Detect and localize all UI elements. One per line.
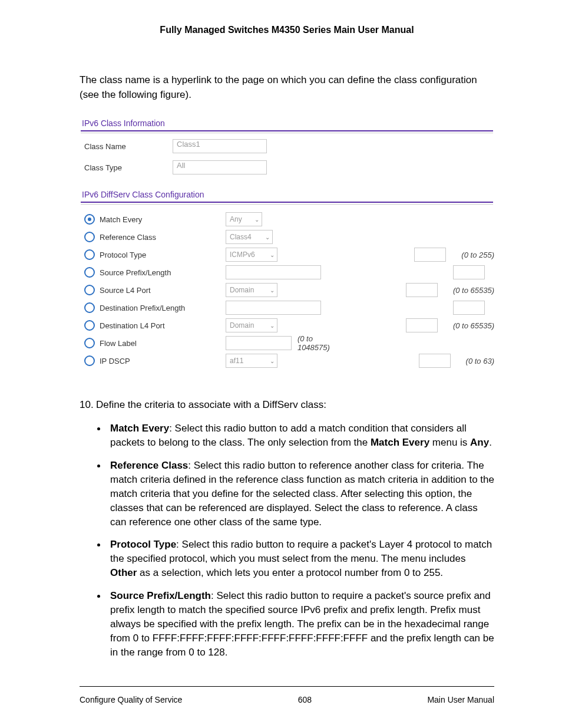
radio-icon bbox=[84, 355, 95, 366]
intro-paragraph: The class name is a hyperlink to the pag… bbox=[80, 73, 494, 102]
footer-right: Main User Manual bbox=[427, 695, 494, 704]
radio-reference-class[interactable]: Reference Class bbox=[84, 232, 226, 242]
divider bbox=[81, 133, 493, 133]
source-prefix-input[interactable] bbox=[226, 265, 321, 279]
chevron-down-icon: ⌄ bbox=[265, 234, 270, 241]
radio-source-l4-port[interactable]: Source L4 Port bbox=[84, 285, 226, 295]
divider bbox=[81, 204, 493, 205]
radio-icon bbox=[84, 249, 95, 260]
radio-label: Match Every bbox=[100, 215, 142, 224]
select-value: af11 bbox=[230, 357, 270, 365]
destination-prefix-length-input[interactable] bbox=[453, 301, 485, 315]
source-l4-select[interactable]: Domain ⌄ bbox=[226, 283, 277, 297]
bullet-reference-class: Reference Class: Select this radio butto… bbox=[94, 459, 494, 538]
radio-label: Flow Label bbox=[100, 339, 137, 348]
select-value: Class4 bbox=[230, 233, 265, 241]
destination-l4-input[interactable] bbox=[406, 318, 438, 332]
range-hint: (0 to 1048575) bbox=[297, 334, 332, 352]
protocol-type-select[interactable]: ICMPv6 ⌄ bbox=[226, 248, 277, 262]
destination-prefix-input[interactable] bbox=[226, 301, 321, 315]
radio-destination-l4-port[interactable]: Destination L4 Port bbox=[84, 320, 226, 331]
protocol-value-input[interactable] bbox=[414, 248, 446, 262]
chevron-down-icon: ⌄ bbox=[270, 252, 275, 258]
radio-ip-dscp[interactable]: IP DSCP bbox=[84, 355, 226, 366]
criteria-list: Match Every: Select this radio button to… bbox=[94, 421, 494, 668]
radio-icon bbox=[84, 285, 95, 295]
step-text: Define the criteria to associate with a … bbox=[96, 399, 326, 411]
select-value: Any bbox=[230, 215, 254, 223]
step-number: 10. bbox=[80, 399, 96, 411]
footer-left: Configure Quality of Service bbox=[80, 695, 182, 704]
select-value: Domain bbox=[230, 321, 270, 330]
radio-flow-label[interactable]: Flow Label bbox=[84, 338, 226, 348]
divider bbox=[81, 130, 493, 131]
bullet-protocol-type: Protocol Type: Select this radio button … bbox=[94, 538, 494, 588]
range-hint: (0 to 255) bbox=[461, 251, 494, 259]
chevron-down-icon: ⌄ bbox=[270, 358, 275, 364]
radio-label: Source Prefix/Length bbox=[100, 268, 171, 277]
class-name-label: Class Name bbox=[84, 142, 173, 151]
bullet-match-every: Match Every: Select this radio button to… bbox=[94, 421, 494, 458]
radio-icon bbox=[84, 320, 95, 331]
flow-label-input[interactable] bbox=[226, 336, 292, 350]
panel2-title: IPv6 DiffServ Class Configuration bbox=[82, 190, 494, 199]
destination-l4-select[interactable]: Domain ⌄ bbox=[226, 318, 277, 332]
radio-label: Destination L4 Port bbox=[100, 321, 165, 330]
class-type-label: Class Type bbox=[84, 163, 173, 172]
bullet-source-prefix-length: Source Prefix/Length: Select this radio … bbox=[94, 589, 494, 668]
radio-label: Reference Class bbox=[100, 233, 156, 242]
chevron-down-icon: ⌄ bbox=[270, 287, 275, 294]
chevron-down-icon: ⌄ bbox=[254, 216, 259, 223]
radio-label: Protocol Type bbox=[100, 251, 146, 259]
class-name-input[interactable]: Class1 bbox=[173, 139, 267, 153]
radio-match-every[interactable]: Match Every bbox=[84, 214, 226, 225]
divider bbox=[81, 202, 493, 203]
range-hint: (0 to 65535) bbox=[453, 286, 494, 295]
divider bbox=[80, 686, 494, 687]
ipv6-diffserv-config-panel: IPv6 DiffServ Class Configuration Match … bbox=[80, 190, 494, 370]
select-value: ICMPv6 bbox=[230, 251, 270, 259]
source-l4-input[interactable] bbox=[406, 283, 438, 297]
radio-source-prefix[interactable]: Source Prefix/Length bbox=[84, 267, 226, 278]
source-prefix-length-input[interactable] bbox=[453, 265, 485, 279]
radio-icon bbox=[84, 302, 95, 313]
step-10: 10. Define the criteria to associate wit… bbox=[80, 399, 494, 411]
radio-icon bbox=[84, 338, 95, 348]
radio-label: IP DSCP bbox=[100, 357, 130, 365]
ipv6-class-info-panel: IPv6 Class Information Class Name Class1… bbox=[80, 118, 494, 174]
page-footer: Configure Quality of Service 608 Main Us… bbox=[80, 686, 494, 704]
radio-label: Destination Prefix/Length bbox=[100, 304, 185, 312]
range-hint: (0 to 65535) bbox=[453, 321, 494, 330]
radio-protocol-type[interactable]: Protocol Type bbox=[84, 249, 226, 260]
doc-title: Fully Managed Switches M4350 Series Main… bbox=[80, 25, 494, 35]
match-every-select[interactable]: Any ⌄ bbox=[226, 212, 262, 226]
footer-page-number: 608 bbox=[298, 695, 312, 704]
ip-dscp-select[interactable]: af11 ⌄ bbox=[226, 354, 277, 368]
ip-dscp-input[interactable] bbox=[419, 354, 451, 368]
panel1-title: IPv6 Class Information bbox=[82, 118, 494, 128]
select-value: Domain bbox=[230, 286, 270, 294]
radio-icon bbox=[84, 267, 95, 278]
reference-class-select[interactable]: Class4 ⌄ bbox=[226, 230, 273, 244]
radio-icon bbox=[84, 232, 95, 242]
chevron-down-icon: ⌄ bbox=[270, 322, 275, 329]
class-type-input[interactable]: All bbox=[173, 160, 267, 174]
range-hint: (0 to 63) bbox=[466, 357, 494, 365]
radio-icon bbox=[84, 214, 95, 225]
radio-destination-prefix[interactable]: Destination Prefix/Length bbox=[84, 302, 226, 313]
radio-label: Source L4 Port bbox=[100, 286, 151, 295]
